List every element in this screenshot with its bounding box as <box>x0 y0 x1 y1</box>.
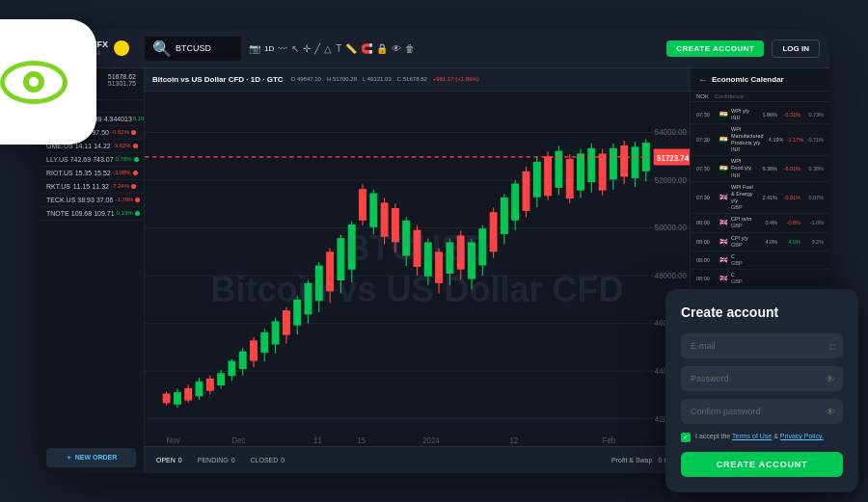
svg-rect-26 <box>261 332 268 352</box>
camera-icon[interactable]: 📷 <box>249 43 260 54</box>
svg-rect-12 <box>185 388 192 399</box>
timeframe-1d[interactable]: 1D <box>264 44 274 53</box>
instrument-teck: TECK.US <box>46 197 75 203</box>
search-bar[interactable]: 🔍 <box>145 37 241 61</box>
svg-rect-48 <box>381 203 388 236</box>
svg-rect-50 <box>393 208 399 241</box>
flag-uk3: 🇬🇧 <box>719 238 729 246</box>
navbar: ☰ SIMPLEFX SINCE 2014 🔍 📷 1D 〰 ↖ ✛ ╱ △ T… <box>39 30 829 68</box>
closed-label: CLOSED <box>251 457 279 463</box>
svg-rect-14 <box>196 382 203 395</box>
list-item[interactable]: TECK.US 38.93 37.06 -1.76% <box>39 194 144 207</box>
svg-rect-38 <box>327 252 334 291</box>
svg-rect-36 <box>315 266 322 300</box>
ohlc-change: +981.17 (+1.99%) <box>433 76 479 82</box>
svg-rect-68 <box>490 212 497 251</box>
tab-open[interactable]: OPEN 0 <box>156 457 182 463</box>
instrument-riot: RIOT.US <box>46 170 73 176</box>
flag-india2: 🇮🇳 <box>719 136 729 144</box>
flag-uk2: 🇬🇧 <box>719 219 729 226</box>
flag-india: 🇮🇳 <box>719 111 729 119</box>
calendar-event-row: 07:30 🇬🇧 WPI Fuel & Energy y/yGBP 2.41% … <box>691 182 829 215</box>
svg-rect-82 <box>566 159 573 198</box>
lock-icon[interactable]: 🔒 <box>376 43 388 54</box>
eye-logo <box>0 61 68 104</box>
magnet-icon[interactable]: 🧲 <box>361 43 372 54</box>
cursor-icon[interactable]: ↖ <box>291 43 299 54</box>
svg-rect-58 <box>436 252 443 282</box>
eye-icon[interactable]: 👁 <box>392 43 401 54</box>
svg-rect-22 <box>239 352 246 368</box>
instrument-rkt: RKT.US <box>46 183 70 190</box>
email-icon: □ <box>829 341 835 352</box>
svg-rect-34 <box>305 283 312 313</box>
chart-area: Bitcoin vs US Dollar CFD · 1D · GTC O 49… <box>145 68 690 473</box>
svg-rect-70 <box>502 198 508 233</box>
privacy-policy-link[interactable]: Privacy Policy. <box>780 433 824 439</box>
svg-rect-92 <box>621 145 628 175</box>
svg-text:Nov: Nov <box>167 435 181 445</box>
svg-rect-66 <box>479 228 486 264</box>
chart-canvas[interactable]: BTCUSD Bitcoin vs US Dollar CFD <box>145 92 690 446</box>
ruler-icon[interactable]: 📏 <box>345 43 357 54</box>
create-account-button[interactable]: CREATE ACCOUNT <box>666 40 764 57</box>
svg-rect-44 <box>360 189 366 219</box>
confirm-password-eye-icon[interactable]: 👁 <box>826 407 835 417</box>
line-icon[interactable]: ╱ <box>314 43 320 54</box>
checkmark-icon: ✓ <box>683 434 689 441</box>
svg-rect-88 <box>599 154 606 190</box>
instruments-list: Chan... Flag EURPLN 4.343.89 4.344013 0.… <box>39 100 144 442</box>
trash-icon[interactable]: 🗑 <box>405 43 415 54</box>
svg-rect-30 <box>284 310 290 333</box>
password-eye-icon[interactable]: 👁 <box>826 374 835 384</box>
svg-rect-72 <box>512 184 519 220</box>
list-item[interactable]: RKT.US 11.15 11.32 -7.24% <box>39 180 144 194</box>
ohlc-l: L 49121.03 <box>363 76 392 82</box>
svg-rect-56 <box>424 243 431 276</box>
crosshair-icon[interactable]: ✛ <box>303 43 311 54</box>
svg-rect-18 <box>218 373 225 383</box>
wave-icon[interactable]: 〰 <box>278 43 287 54</box>
chart-bottom-bar: OPEN 0 PENDING 0 CLOSED 0 Profit & Swap … <box>145 446 690 473</box>
list-item[interactable]: LLY.US 742.69 743.07 0.78% <box>39 153 144 167</box>
svg-rect-86 <box>588 148 595 181</box>
email-input[interactable] <box>681 333 843 358</box>
list-item[interactable]: RIOT.US 15.35 15.52 -3.08% <box>39 167 144 180</box>
svg-rect-10 <box>175 392 181 403</box>
password-input[interactable] <box>681 366 843 391</box>
svg-text:12: 12 <box>510 435 519 445</box>
create-account-modal: Create account □ 👁 👁 ✓ I accept the Term… <box>665 289 858 492</box>
svg-rect-60 <box>447 243 453 273</box>
svg-rect-40 <box>338 238 344 278</box>
calendar-event-row: 08:00 🇬🇧 CPI y/yGBP 4.0% 4.0% 3.2% <box>691 233 829 251</box>
calendar-event-row: 07:30 🇮🇳 WPI Manufactured Products y/yIN… <box>691 124 829 157</box>
ohlc-h: H 51700.28 <box>327 76 357 82</box>
text-icon[interactable]: T <box>336 43 341 54</box>
login-button[interactable]: LOG IN <box>772 40 820 58</box>
terms-of-use-link[interactable]: Terms of Use <box>732 433 772 439</box>
svg-rect-54 <box>414 230 420 266</box>
svg-rect-90 <box>610 148 617 178</box>
svg-rect-20 <box>229 361 235 375</box>
calendar-filter: NOK Confidence <box>691 92 829 102</box>
svg-rect-24 <box>251 341 258 360</box>
confirm-password-field-container: 👁 <box>681 399 843 424</box>
list-item[interactable]: TNOTE 109.68 109.71 0.13% <box>39 207 144 221</box>
create-account-modal-button[interactable]: CREATE ACCOUNT <box>681 452 843 477</box>
modal-title: Create account <box>681 304 843 320</box>
svg-rect-62 <box>457 236 464 269</box>
search-input[interactable] <box>176 43 233 53</box>
open-count: 0 <box>178 457 182 463</box>
tab-closed[interactable]: CLOSED 0 <box>251 457 285 463</box>
shape-icon[interactable]: △ <box>324 43 332 54</box>
back-arrow-icon[interactable]: ← <box>698 74 708 85</box>
svg-rect-28 <box>272 322 279 344</box>
tab-pending[interactable]: PENDING 0 <box>198 457 235 463</box>
svg-rect-32 <box>294 300 301 324</box>
new-order-button[interactable]: ＋ NEW ORDER <box>46 448 136 467</box>
confirm-password-input[interactable] <box>681 399 843 424</box>
terms-checkbox[interactable]: ✓ <box>681 433 691 442</box>
svg-rect-16 <box>206 379 213 389</box>
svg-rect-78 <box>545 156 552 195</box>
calendar-event-row: 08:00 🇬🇧 CGBP <box>691 270 829 288</box>
